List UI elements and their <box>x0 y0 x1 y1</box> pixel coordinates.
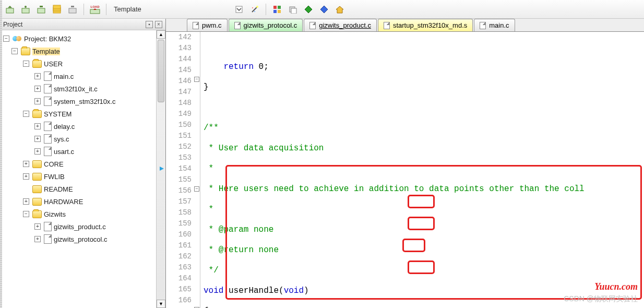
project-panel: Project ▪ × −Project: BKM32 −Template −U… <box>0 19 166 308</box>
svg-rect-7 <box>53 5 61 9</box>
tree-fwlib[interactable]: +FWLIB <box>1 170 164 183</box>
svg-rect-11 <box>236 6 242 13</box>
tree-file[interactable]: +sys.c <box>1 133 164 145</box>
file-icon <box>309 22 316 29</box>
tree-readme[interactable]: README <box>1 183 164 195</box>
scroll-thumb[interactable] <box>158 40 164 102</box>
svg-rect-4 <box>40 6 43 7</box>
project-panel-header: Project ▪ × <box>0 19 165 30</box>
tree-core[interactable]: +CORE <box>1 158 164 170</box>
folder-icon <box>32 185 42 193</box>
main-toolbar: LOAD Template <box>0 0 644 19</box>
code-body[interactable]: return 0; } /** * User data acquisition … <box>200 32 644 308</box>
file-icon <box>234 22 241 29</box>
svg-rect-1 <box>22 8 29 13</box>
tab-gizwits-product[interactable]: gizwits_product.c <box>304 19 377 31</box>
load-label: LOAD <box>91 5 100 8</box>
file-icon <box>44 72 52 81</box>
svg-marker-23 <box>320 6 328 13</box>
tree-template[interactable]: −Template <box>1 45 164 57</box>
file-icon <box>44 147 52 156</box>
toolbar-btn-1[interactable] <box>3 3 17 16</box>
tree-file[interactable]: +system_stm32f10x.c <box>1 95 164 108</box>
code-editor: pwm.c gizwits_protocol.c gizwits_product… <box>166 19 644 308</box>
svg-marker-22 <box>305 6 312 13</box>
toolbar-btn-5[interactable] <box>66 3 79 16</box>
tab-startup[interactable]: startup_stm32f10x_md.s <box>378 19 473 31</box>
file-icon <box>44 122 52 131</box>
project-tree[interactable]: −Project: BKM32 −Template −USER +main.c … <box>0 30 165 308</box>
svg-marker-24 <box>336 6 343 13</box>
tree-system[interactable]: −SYSTEM <box>1 108 164 120</box>
folder-icon <box>32 198 42 206</box>
tree-hardware[interactable]: +HARDWARE <box>1 195 164 208</box>
line-gutter: 142143144145 146147148149 150151152153 1… <box>166 32 200 308</box>
current-line-arrow <box>159 165 165 172</box>
tree-root[interactable]: −Project: BKM32 <box>1 32 164 45</box>
diamond-green-icon[interactable] <box>302 3 315 16</box>
tab-pwm[interactable]: pwm.c <box>187 19 228 31</box>
file-icon <box>44 84 52 93</box>
svg-rect-0 <box>6 8 14 13</box>
svg-rect-18 <box>273 10 277 13</box>
tree-file[interactable]: +delay.c <box>1 120 164 133</box>
toolbar-btn-4[interactable] <box>50 3 64 16</box>
workspace-icon <box>13 35 22 42</box>
diamond-blue-icon[interactable] <box>317 3 331 16</box>
dropdown-icon[interactable] <box>232 3 246 16</box>
editor-tabs: pwm.c gizwits_protocol.c gizwits_product… <box>166 19 644 32</box>
folder-icon <box>32 210 42 218</box>
load-button[interactable]: LOAD <box>88 3 102 16</box>
tree-user[interactable]: −USER <box>1 57 164 70</box>
svg-rect-3 <box>38 8 45 13</box>
svg-rect-8 <box>69 8 76 13</box>
svg-rect-10 <box>90 9 100 14</box>
scroll-up-icon[interactable]: ▲ <box>157 30 165 39</box>
watermark-csdn: CSDN @物联网实验社 <box>564 294 638 304</box>
wand-icon[interactable] <box>248 3 261 16</box>
svg-point-2 <box>25 6 27 8</box>
svg-point-15 <box>254 11 255 12</box>
folder-icon <box>32 110 42 118</box>
tab-main[interactable]: main.c <box>474 19 515 31</box>
toolbar-separator <box>106 4 106 15</box>
toolbar-separator <box>266 4 266 15</box>
toolbar-btn-2[interactable] <box>19 3 32 16</box>
toolbar-template-label: Template <box>111 5 145 13</box>
pin-icon[interactable]: ▪ <box>146 21 153 28</box>
tree-file[interactable]: +stm32f10x_it.c <box>1 82 164 95</box>
tab-gizwits-protocol[interactable]: gizwits_protocol.c <box>229 19 303 31</box>
file-icon <box>44 222 52 231</box>
folder-icon <box>32 173 42 181</box>
svg-rect-21 <box>291 8 296 14</box>
stack-icon[interactable] <box>286 3 300 16</box>
svg-point-13 <box>256 6 258 8</box>
file-icon <box>480 22 486 29</box>
file-icon <box>193 22 199 29</box>
code-area[interactable]: 142143144145 146147148149 150151152153 1… <box>166 32 644 308</box>
blocks-icon[interactable] <box>270 3 284 16</box>
svg-rect-16 <box>273 6 277 9</box>
fold-icon[interactable]: − <box>194 186 199 192</box>
folder-icon <box>32 160 42 168</box>
home-icon[interactable] <box>333 3 347 16</box>
svg-rect-9 <box>71 6 74 7</box>
svg-rect-17 <box>278 6 281 9</box>
close-icon[interactable]: × <box>155 21 162 28</box>
svg-point-14 <box>252 7 253 8</box>
editor-border <box>0 0 2 308</box>
file-icon <box>44 134 52 144</box>
tree-file[interactable]: +usart.c <box>1 145 164 158</box>
tree-file[interactable]: +gizwits_product.c <box>1 220 164 233</box>
folder-icon <box>21 48 30 55</box>
project-panel-title: Project <box>3 21 22 28</box>
fold-icon[interactable]: − <box>194 77 199 82</box>
scroll-down-icon[interactable]: ▼ <box>157 300 165 308</box>
file-icon <box>44 234 52 244</box>
toolbar-separator <box>84 4 84 15</box>
file-icon <box>384 22 390 29</box>
tree-file[interactable]: +main.c <box>1 70 164 82</box>
toolbar-btn-3[interactable] <box>34 3 48 16</box>
tree-gizwits[interactable]: −Gizwits <box>1 208 164 220</box>
tree-file[interactable]: +gizwits_protocol.c <box>1 233 164 245</box>
